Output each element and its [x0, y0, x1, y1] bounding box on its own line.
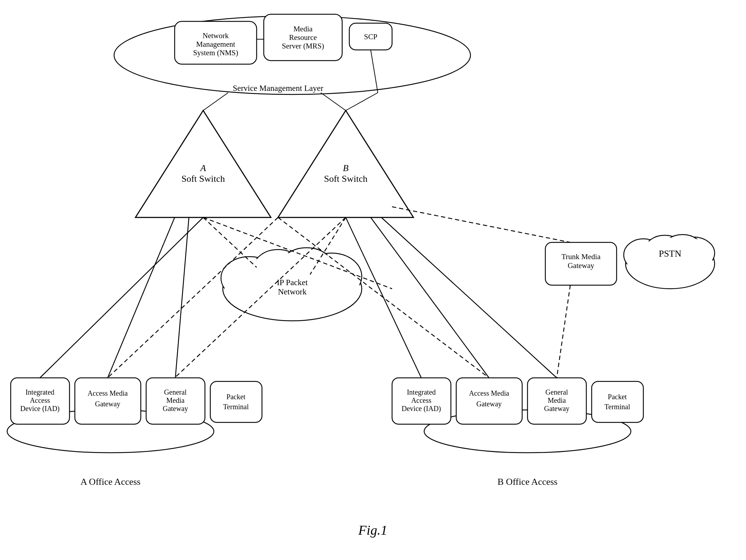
svg-text:Gateway: Gateway	[95, 400, 120, 408]
svg-text:Access Media: Access Media	[469, 389, 509, 397]
svg-text:B Office Access: B Office Access	[498, 477, 557, 487]
svg-text:Resource: Resource	[289, 33, 317, 42]
svg-text:Gateway: Gateway	[163, 405, 188, 413]
svg-text:Fig.1: Fig.1	[358, 523, 387, 538]
svg-text:IP Packet: IP Packet	[277, 278, 308, 287]
svg-rect-36	[592, 381, 643, 422]
svg-text:Service Management Layer: Service Management Layer	[233, 84, 323, 93]
svg-text:A Office Access: A Office Access	[81, 477, 140, 487]
svg-text:Access: Access	[30, 396, 50, 404]
svg-text:General: General	[545, 388, 568, 396]
network-diagram: Network Management System (NMS) Media Re…	[0, 0, 746, 560]
svg-line-38	[203, 93, 228, 111]
svg-line-52	[40, 217, 203, 378]
svg-text:Access Media: Access Media	[88, 389, 128, 397]
svg-text:Network: Network	[202, 31, 229, 40]
svg-text:Terminal: Terminal	[604, 403, 630, 411]
svg-text:Integrated: Integrated	[407, 388, 436, 396]
svg-text:SCP: SCP	[364, 32, 377, 41]
svg-text:Media: Media	[293, 25, 313, 33]
svg-line-41	[346, 93, 378, 111]
svg-text:Access: Access	[411, 396, 432, 404]
svg-text:Management: Management	[196, 40, 235, 48]
svg-line-45	[175, 217, 189, 378]
svg-text:Media: Media	[547, 396, 566, 404]
svg-line-40	[371, 50, 378, 93]
svg-line-48	[371, 217, 489, 378]
svg-text:General: General	[164, 388, 187, 396]
svg-text:B: B	[343, 163, 349, 173]
svg-text:System (NMS): System (NMS)	[193, 48, 238, 57]
svg-text:A: A	[200, 163, 206, 173]
svg-text:Network: Network	[278, 287, 307, 296]
svg-line-51	[557, 285, 570, 378]
svg-text:Trunk Media: Trunk Media	[561, 252, 601, 261]
svg-line-39	[321, 93, 346, 111]
svg-text:Gateway: Gateway	[544, 405, 569, 413]
svg-text:Gateway: Gateway	[568, 261, 595, 270]
svg-text:Terminal: Terminal	[223, 403, 249, 411]
svg-text:Media: Media	[166, 396, 184, 404]
svg-text:Soft Switch: Soft Switch	[324, 174, 367, 184]
svg-text:Device (IAD): Device (IAD)	[20, 405, 60, 413]
svg-text:Soft Switch: Soft Switch	[181, 174, 225, 184]
svg-text:Gateway: Gateway	[476, 400, 501, 408]
svg-line-50	[392, 207, 570, 242]
svg-text:Server (MRS): Server (MRS)	[282, 42, 324, 50]
svg-line-49	[381, 217, 557, 378]
svg-text:Integrated: Integrated	[25, 388, 54, 396]
svg-text:Packet: Packet	[226, 393, 246, 401]
svg-rect-32	[210, 381, 262, 422]
svg-text:PSTN: PSTN	[659, 248, 681, 259]
svg-line-44	[108, 217, 175, 378]
svg-text:Packet: Packet	[608, 393, 627, 401]
svg-text:Device (IAD): Device (IAD)	[402, 405, 441, 413]
